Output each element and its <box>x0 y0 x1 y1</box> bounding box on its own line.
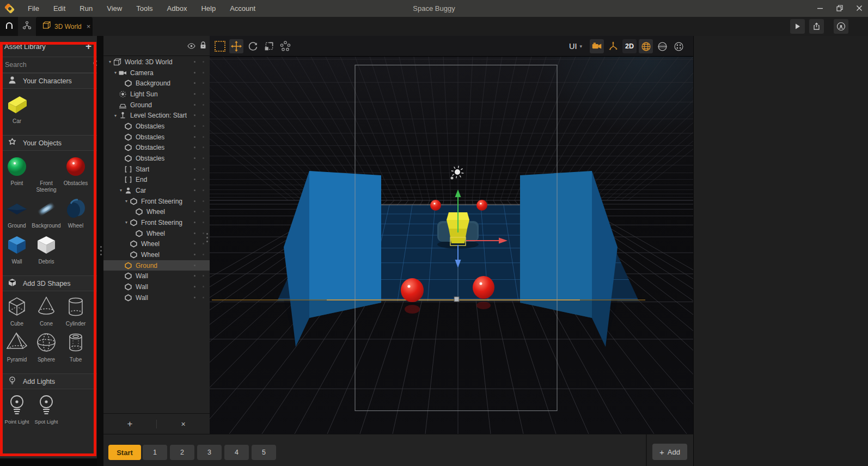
level-button-5[interactable]: 5 <box>252 445 276 460</box>
row-visibility-dot[interactable] <box>194 72 195 73</box>
asset-sphere[interactable]: Sphere <box>32 330 61 363</box>
level-start-button[interactable]: Start <box>108 445 141 460</box>
tree-row-ground[interactable]: Ground <box>103 100 210 111</box>
tree-row-level-section-start[interactable]: ▾Level Section: Start <box>103 110 210 121</box>
row-visibility-dot[interactable] <box>194 146 195 148</box>
expand-arrow-icon[interactable]: ▾ <box>112 70 119 75</box>
row-lock-dot[interactable] <box>203 189 204 191</box>
row-lock-dot[interactable] <box>203 179 204 180</box>
row-visibility-dot[interactable] <box>194 157 195 159</box>
wall-left[interactable] <box>309 171 381 318</box>
mode-2d-button[interactable]: 2D <box>622 39 637 53</box>
lock-icon[interactable] <box>200 41 206 51</box>
tab-home[interactable] <box>0 17 18 36</box>
menu-item-help[interactable]: Help <box>194 0 223 17</box>
row-visibility-dot[interactable] <box>194 104 195 106</box>
menu-item-adbox[interactable]: Adbox <box>160 0 194 17</box>
tree-row-front-steering[interactable]: ▾Front Steering <box>103 217 210 228</box>
row-visibility-dot[interactable] <box>194 286 195 287</box>
delete-node-button[interactable]: × <box>157 420 210 428</box>
row-lock-dot[interactable] <box>203 114 204 116</box>
ui-dropdown[interactable]: UI▾ <box>569 42 582 51</box>
row-visibility-dot[interactable] <box>194 189 195 191</box>
asset-pyramid[interactable]: Pyramid <box>2 330 32 363</box>
focus-view-button[interactable] <box>671 39 686 53</box>
row-lock-dot[interactable] <box>203 286 204 287</box>
tree-row-obstacles[interactable]: Obstacles <box>103 132 210 143</box>
asset-obstacles[interactable]: Obstacles <box>61 154 90 193</box>
row-lock-dot[interactable] <box>203 275 204 277</box>
hemisphere-view-button[interactable] <box>655 39 669 53</box>
scene-canvas[interactable] <box>210 57 693 434</box>
play-button[interactable] <box>790 19 805 34</box>
rotate-tool[interactable] <box>246 39 260 53</box>
tree-row-ground[interactable]: Ground <box>103 260 210 271</box>
restore-button[interactable] <box>836 4 843 14</box>
asset-point[interactable]: Point <box>2 154 32 193</box>
row-lock-dot[interactable] <box>203 125 204 127</box>
menu-item-file[interactable]: File <box>21 0 46 17</box>
menu-item-tools[interactable]: Tools <box>129 0 160 17</box>
row-visibility-dot[interactable] <box>194 265 195 266</box>
row-visibility-dot[interactable] <box>194 82 195 84</box>
row-visibility-dot[interactable] <box>194 179 195 180</box>
row-visibility-dot[interactable] <box>194 200 195 202</box>
asset-point-light[interactable]: Point Light <box>2 393 32 425</box>
section-header-your-characters[interactable]: Your Characters <box>0 73 97 89</box>
tab-3d-world[interactable]: 3D World × <box>36 17 93 36</box>
row-visibility-dot[interactable] <box>194 211 195 212</box>
asset-front-steering[interactable]: Front Steering <box>32 154 61 193</box>
row-visibility-dot[interactable] <box>194 136 195 138</box>
row-lock-dot[interactable] <box>203 232 204 234</box>
tree-row-car[interactable]: ▾Car <box>103 185 210 196</box>
asset-background[interactable]: Background <box>32 197 61 229</box>
row-lock-dot[interactable] <box>203 254 204 255</box>
asset-car[interactable]: Car <box>2 92 32 125</box>
camera-view-button[interactable] <box>590 39 604 53</box>
asset-cube[interactable]: Cube <box>2 295 32 327</box>
add-level-button[interactable]: + Add <box>652 444 687 460</box>
row-lock-dot[interactable] <box>203 61 204 63</box>
asset-add-button[interactable]: + <box>85 40 91 52</box>
tree-row-light-sun[interactable]: Light Sun <box>103 89 210 100</box>
tree-row-obstacles[interactable]: Obstacles <box>103 121 210 132</box>
expand-arrow-icon[interactable]: ▾ <box>118 188 124 193</box>
tree-row-wheel[interactable]: Wheel <box>103 228 210 239</box>
tree-row-wall[interactable]: Wall <box>103 271 210 281</box>
tree-row-end[interactable]: End <box>103 174 210 185</box>
obstacle-sphere-small-left[interactable] <box>430 200 441 211</box>
asset-debris[interactable]: Debris <box>32 232 61 265</box>
row-lock-dot[interactable] <box>203 82 204 84</box>
row-visibility-dot[interactable] <box>194 232 195 234</box>
asset-ground[interactable]: Ground <box>2 197 32 229</box>
row-lock-dot[interactable] <box>203 297 204 298</box>
row-lock-dot[interactable] <box>203 200 204 202</box>
section-header-add-3d-shapes[interactable]: Add 3D Shapes <box>0 275 97 291</box>
move-tool[interactable] <box>229 39 243 53</box>
row-visibility-dot[interactable] <box>194 93 195 95</box>
divider-grip[interactable] <box>206 233 208 242</box>
row-lock-dot[interactable] <box>203 146 204 148</box>
scale-tool[interactable] <box>262 39 276 53</box>
level-button-2[interactable]: 2 <box>170 445 194 460</box>
tree-row-wheel[interactable]: Wheel <box>103 238 210 249</box>
menu-item-run[interactable]: Run <box>72 0 100 17</box>
tree-row-wheel[interactable]: Wheel <box>103 249 210 260</box>
select-tool[interactable] <box>213 39 227 53</box>
menu-item-view[interactable]: View <box>100 0 129 17</box>
expand-arrow-icon[interactable]: ▾ <box>112 113 119 118</box>
level-button-3[interactable]: 3 <box>197 445 222 460</box>
expand-arrow-icon[interactable]: ▾ <box>123 220 130 225</box>
asset-wall[interactable]: Wall <box>2 232 32 265</box>
tab-hierarchy[interactable] <box>18 17 36 36</box>
row-visibility-dot[interactable] <box>194 275 195 277</box>
tree-row-wall[interactable]: Wall <box>103 281 210 292</box>
tree-row-front-steering[interactable]: ▾Front Steering <box>103 196 210 207</box>
divider-grip[interactable] <box>100 246 102 255</box>
tree-row-background[interactable]: Background <box>103 78 210 89</box>
section-header-add-lights[interactable]: Add Lights <box>0 373 97 389</box>
row-lock-dot[interactable] <box>203 243 204 244</box>
minimize-button[interactable] <box>817 4 823 14</box>
physics-tool[interactable] <box>278 39 292 53</box>
level-button-1[interactable]: 1 <box>143 445 167 460</box>
